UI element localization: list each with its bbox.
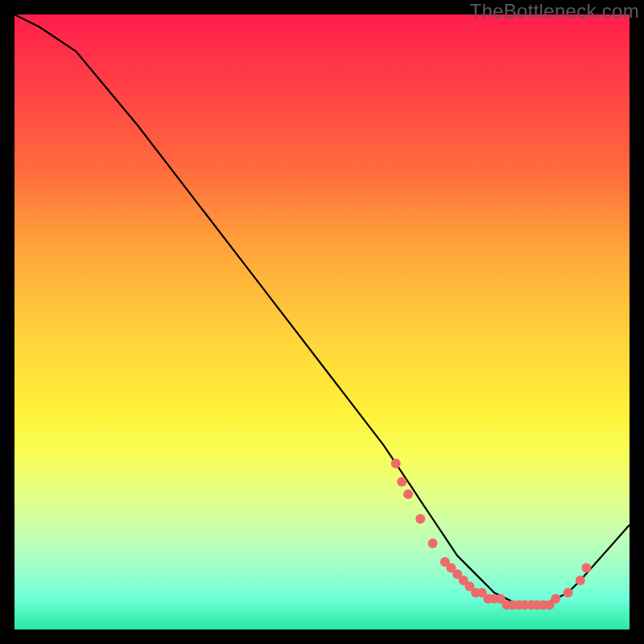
marker-dot [428, 539, 438, 548]
marker-dot [576, 576, 585, 585]
marker-dot [551, 594, 560, 604]
marker-dot [397, 477, 407, 487]
marker-dot [391, 459, 401, 469]
plot-area [14, 14, 630, 630]
marker-dot [564, 588, 573, 597]
chart-svg [14, 14, 630, 630]
watermark-text: TheBottleneck.com [469, 0, 639, 23]
stage: TheBottleneck.com [0, 0, 644, 644]
marker-group [391, 459, 592, 610]
marker-dot [415, 514, 425, 524]
marker-dot [582, 564, 592, 573]
curve-line [14, 14, 630, 605]
marker-dot [403, 489, 413, 499]
